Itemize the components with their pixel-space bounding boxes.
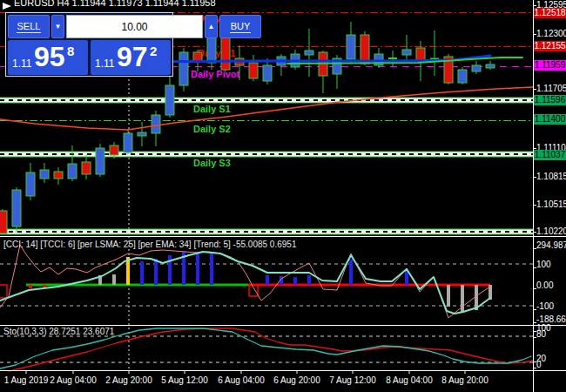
price-tick-label: 1.10815 xyxy=(536,172,566,181)
price-tick-label: 1.10515 xyxy=(536,200,566,209)
price-level-badge: 1.12155 xyxy=(534,41,566,51)
cci-scale-label: 100 xyxy=(536,260,551,269)
time-axis-label: 8 Aug 04:00 xyxy=(386,376,432,385)
time-axis-label: 8 Aug 20:00 xyxy=(441,376,488,385)
time-axis-label: 1 Aug 2019 xyxy=(4,376,49,385)
price-level-badge: 1.11400 xyxy=(534,114,566,125)
buy-price-display[interactable]: 1.11 97 2 xyxy=(91,40,171,75)
volume-decrease-button[interactable]: ▼ xyxy=(51,15,64,38)
cci-scale-label: 294.9879 xyxy=(536,241,566,250)
volume-increase-button[interactable]: ▲ xyxy=(205,15,218,38)
time-axis-label: 6 Aug 20:00 xyxy=(273,376,320,385)
sto-scale-label: 80 xyxy=(536,330,546,339)
time-axis-label: 5 Aug 12:00 xyxy=(161,376,207,385)
time-axis-label: 2 Aug 04:00 xyxy=(50,376,96,385)
mt4-chart-window: Daily R2Daily R1Daily PivotDaily S2Daily… xyxy=(0,0,566,392)
cci-scale-label: -100 xyxy=(536,302,554,311)
sell-button[interactable]: SELL xyxy=(8,15,50,38)
price-tick-label: 1.12300 xyxy=(536,30,566,38)
buy-price-big: 97 xyxy=(117,41,148,72)
cci-indicator-header: [CCI: 14] [TCCI: 6] [per LSMA: 25] [per … xyxy=(3,240,296,249)
time-axis-label: 7 Aug 12:00 xyxy=(329,376,375,385)
sto-scale-label: 0 xyxy=(536,361,542,369)
sell-price-big: 95 xyxy=(34,41,65,72)
sell-price-sup: 8 xyxy=(67,44,74,58)
spin-down-icon: ▼ xyxy=(54,23,63,31)
price-level-badge: 1.11959 xyxy=(534,60,566,71)
price-level-badge: 1.11037 xyxy=(534,150,566,160)
price-level-badge: 1.11596 xyxy=(534,95,566,105)
buy-price-prefix: 1.11 xyxy=(95,57,114,70)
buy-button[interactable]: BUY xyxy=(219,15,261,38)
volume-input[interactable] xyxy=(66,15,203,38)
sell-price-prefix: 1.11 xyxy=(12,57,31,70)
sell-price-display[interactable]: 1.11 95 8 xyxy=(8,40,88,75)
cci-scale-label: 0.00 xyxy=(536,281,553,290)
sto-indicator-header: Sto(10,3,3) 28.7251 23.6071 xyxy=(3,327,114,336)
time-axis-label: 6 Aug 04:00 xyxy=(218,376,264,385)
price-tick-label: 1.11705 xyxy=(536,84,566,93)
spin-up-icon: ▲ xyxy=(207,23,216,31)
price-level-badge: 1.12518 xyxy=(534,8,566,18)
buy-price-sup: 2 xyxy=(150,44,157,58)
time-axis-label: 2 Aug 20:00 xyxy=(105,376,152,385)
one-click-trade-panel: SELL ▼ ▲ BUY 1.11 95 8 1.11 97 2 xyxy=(5,12,173,77)
price-tick-label: 1.10220 xyxy=(536,227,566,236)
